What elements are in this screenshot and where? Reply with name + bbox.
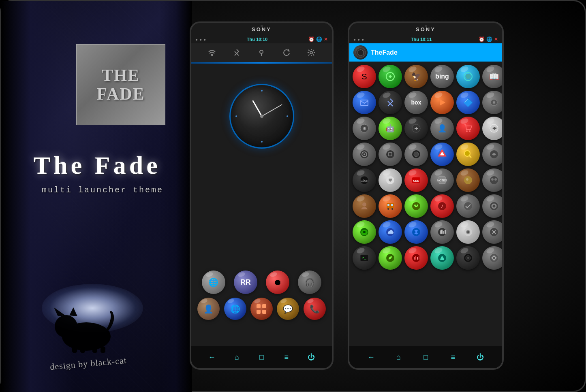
app-icon-play[interactable] bbox=[430, 91, 454, 114]
app-launcher[interactable]: RR bbox=[234, 271, 257, 294]
svg-rect-10 bbox=[257, 304, 261, 308]
app-icon-talon[interactable]: talon bbox=[353, 168, 376, 192]
app-record[interactable]: ⏺ bbox=[266, 271, 289, 294]
app-icon-magnify[interactable] bbox=[456, 143, 480, 166]
left-status-right-icons: ⏰ 🌐 ✕ bbox=[308, 36, 328, 42]
app-icon-terminal[interactable]: >_ bbox=[353, 246, 376, 270]
app-music[interactable]: 🎧 bbox=[298, 271, 321, 294]
app-icon-nature[interactable]: 🦅 bbox=[404, 65, 428, 88]
dock-grid[interactable] bbox=[250, 298, 273, 320]
app-icon-app8[interactable]: ♪ bbox=[430, 194, 454, 218]
selected-app-label: TheFade bbox=[371, 49, 398, 56]
app-icon-notes[interactable]: NOTES bbox=[430, 168, 454, 192]
app-icon-plus[interactable] bbox=[404, 117, 428, 140]
app-icon-app2[interactable]: 🔷 bbox=[456, 91, 480, 114]
app-icon-android2[interactable] bbox=[404, 194, 428, 218]
right-status-indicators: ● ● ● bbox=[353, 37, 364, 42]
app-icon-dropbox[interactable] bbox=[404, 220, 428, 244]
app-icon-cnn[interactable]: CNN bbox=[404, 168, 428, 192]
app-icon-box[interactable]: box bbox=[404, 91, 428, 114]
app-icon-bluetooth[interactable] bbox=[379, 91, 402, 114]
app-icon-settings2[interactable] bbox=[379, 168, 402, 192]
app-icon-xbox[interactable] bbox=[353, 220, 376, 244]
qs-settings[interactable] bbox=[305, 47, 317, 59]
app-icon-skype[interactable]: S bbox=[353, 65, 376, 88]
app-icon-music2[interactable] bbox=[404, 246, 428, 270]
app-icon-bing[interactable]: bing bbox=[430, 65, 454, 88]
phone-left-nav-bar: ← ⌂ □ ≡ ⏻ bbox=[191, 346, 332, 368]
r-nav-home[interactable]: ⌂ bbox=[391, 350, 406, 364]
main-title: The Fade bbox=[34, 151, 161, 180]
app-icon-reader[interactable]: 📖 bbox=[482, 65, 502, 88]
qs-wifi[interactable] bbox=[206, 47, 218, 59]
app-icon-cloud[interactable] bbox=[379, 220, 402, 244]
qs-location[interactable] bbox=[255, 47, 267, 59]
dock-phone[interactable]: 📞 bbox=[304, 298, 326, 320]
app-icon-email[interactable] bbox=[353, 91, 376, 114]
alarm-icon: ⏰ bbox=[308, 36, 314, 42]
subtitle: multi launcher theme bbox=[42, 185, 163, 195]
app-drawer: S 🦅 bing 📖 box 🔷 ⚙ 🤖 bbox=[349, 62, 502, 346]
app-icon-app5[interactable] bbox=[379, 143, 402, 166]
app-icon-app11[interactable] bbox=[456, 220, 480, 244]
app-icon-app13[interactable] bbox=[430, 246, 454, 270]
svg-point-60 bbox=[490, 202, 498, 210]
clock-dot-6 bbox=[261, 141, 263, 143]
r-nav-menu[interactable]: ≡ bbox=[446, 350, 460, 364]
app-icon-torrent[interactable] bbox=[456, 65, 480, 88]
app-icon-chrome[interactable] bbox=[430, 143, 454, 166]
dock-browser[interactable]: 🌐 bbox=[224, 298, 246, 320]
app-icon-music[interactable] bbox=[430, 220, 454, 244]
app-icon-gold[interactable] bbox=[456, 168, 480, 192]
app-icon-android[interactable]: 🤖 bbox=[379, 117, 402, 140]
app-icon-app6[interactable] bbox=[482, 143, 502, 166]
nav-home[interactable]: ⌂ bbox=[230, 350, 244, 364]
phone-right-brand: SONY bbox=[349, 23, 502, 35]
selected-app-bar[interactable]: TheFade bbox=[349, 43, 502, 62]
app-icon-app15[interactable] bbox=[482, 246, 502, 270]
app-icon-app9[interactable] bbox=[456, 194, 480, 218]
app-icon-app12[interactable] bbox=[482, 220, 502, 244]
qs-bluetooth[interactable] bbox=[231, 47, 243, 59]
app-icon-person[interactable] bbox=[353, 194, 376, 218]
app-icon-bus[interactable] bbox=[379, 194, 402, 218]
app-icon-leaf[interactable] bbox=[379, 246, 402, 270]
clock-center-dot bbox=[260, 115, 263, 118]
app-icon-app7[interactable] bbox=[482, 168, 502, 192]
app-chrome[interactable]: 🌐 bbox=[202, 271, 225, 294]
left-panel: THE FADE The Fade multi launcher theme bbox=[1, 1, 192, 392]
svg-point-52 bbox=[387, 208, 389, 210]
svg-marker-3 bbox=[69, 307, 77, 316]
app-icon-arrow[interactable] bbox=[482, 117, 502, 140]
cat-silhouette bbox=[42, 304, 123, 353]
svg-rect-67 bbox=[440, 230, 441, 234]
right-status-right-icons: ⏰ 🌐 ✕ bbox=[479, 36, 498, 42]
svg-point-48 bbox=[362, 202, 366, 207]
svg-point-59 bbox=[464, 202, 472, 210]
app-icon-app14[interactable] bbox=[456, 246, 480, 270]
app-icon-app4[interactable] bbox=[353, 143, 376, 166]
nav-back[interactable]: ← bbox=[205, 350, 219, 364]
app-icon-store[interactable] bbox=[456, 117, 480, 140]
app-icon-app3[interactable] bbox=[482, 91, 502, 114]
svg-point-29 bbox=[386, 150, 394, 158]
phone-left-time: Thu 10:10 bbox=[247, 37, 267, 42]
r-nav-power[interactable]: ⏻ bbox=[473, 350, 488, 364]
svg-rect-6 bbox=[92, 348, 97, 353]
dock-chat[interactable]: 💬 bbox=[277, 298, 299, 320]
nav-power[interactable]: ⏻ bbox=[304, 350, 319, 364]
clock-dot-3 bbox=[287, 115, 288, 117]
qs-sync[interactable] bbox=[280, 47, 293, 59]
app-icon-battery[interactable] bbox=[379, 65, 402, 88]
r-nav-recents[interactable]: □ bbox=[419, 350, 433, 364]
nav-recents[interactable]: □ bbox=[255, 350, 269, 364]
phone-right-status-bar: ● ● ● Thu 10:11 ⏰ 🌐 ✕ bbox=[349, 35, 502, 43]
dock-contacts[interactable]: 👤 bbox=[197, 298, 220, 320]
app-icon-app10[interactable] bbox=[482, 194, 502, 218]
app-icon-avatar[interactable]: 👤 bbox=[430, 117, 454, 140]
app-icon-settings1[interactable]: ⚙ bbox=[353, 117, 376, 140]
svg-rect-81 bbox=[417, 257, 418, 260]
app-icon-halo[interactable] bbox=[404, 143, 428, 166]
nav-menu[interactable]: ≡ bbox=[279, 350, 293, 364]
r-nav-back[interactable]: ← bbox=[364, 350, 378, 364]
